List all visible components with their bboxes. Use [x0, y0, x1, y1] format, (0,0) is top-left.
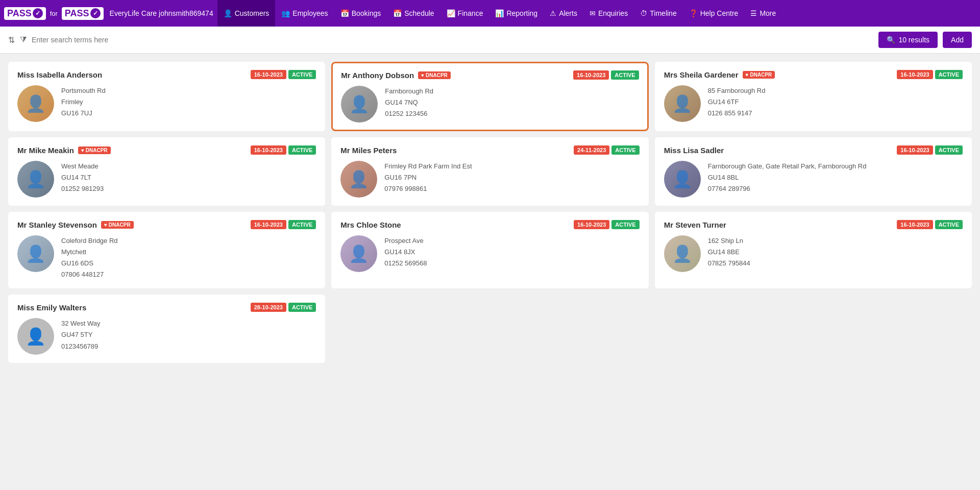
customer-card[interactable]: Miss Isabella Anderson 16-10-2023 ACTIVE…: [8, 62, 325, 131]
customer-name: Miss Isabella Anderson: [17, 70, 102, 79]
avatar: 👤: [664, 161, 701, 198]
card-info: West MeadeGU14 7LT 01252 981293: [61, 161, 104, 194]
nav-item-reporting[interactable]: 📊Reporting: [489, 0, 544, 27]
brand-pass2-text: PASS: [65, 8, 89, 19]
card-header: Miss Lisa Sadler 16-10-2023 ACTIVE: [664, 145, 963, 155]
nav-item-timeline[interactable]: ⏱Timeline: [634, 0, 682, 27]
active-badge: ACTIVE: [288, 220, 316, 229]
card-body: 👤 32 West WayGU47 5TY 0123456789: [17, 318, 316, 355]
nav-item-enquiries[interactable]: ✉Enquiries: [583, 0, 634, 27]
name-text: Mr Anthony Dobson: [341, 71, 414, 80]
name-text: Mrs Sheila Gardener: [664, 70, 739, 79]
brand: PASS ✓ for PASS ✓: [4, 7, 104, 20]
search-icon: 🔍: [887, 36, 895, 44]
customers-grid: Miss Isabella Anderson 16-10-2023 ACTIVE…: [8, 62, 972, 363]
nav-item-bookings[interactable]: 📅Bookings: [334, 0, 387, 27]
customer-card[interactable]: Miss Lisa Sadler 16-10-2023 ACTIVE 👤 Far…: [655, 137, 972, 206]
nav-icon-alerts: ⚠: [550, 9, 556, 17]
nav-icon-enquiries: ✉: [590, 9, 596, 17]
active-badge: ACTIVE: [611, 145, 639, 155]
address-line: Farnborough Rd: [385, 86, 433, 97]
phone: 01252 981293: [61, 183, 104, 194]
avatar: 👤: [17, 85, 54, 122]
sort-icon[interactable]: ⇅: [8, 35, 15, 45]
customer-card[interactable]: Miss Emily Walters 28-10-2023 ACTIVE 👤 3…: [8, 295, 325, 363]
search-results-button[interactable]: 🔍 10 results: [878, 32, 938, 48]
customer-name: Mr Mike Meakin ♥ DNACPR: [17, 146, 111, 155]
address-line: Portsmouth Rd: [61, 85, 106, 96]
nav-item-schedule[interactable]: 📅Schedule: [387, 0, 440, 27]
nav-label-reporting: Reporting: [506, 9, 537, 17]
brand-check1: ✓: [33, 8, 43, 18]
date-badge: 16-10-2023: [897, 70, 933, 79]
card-header: Mr Stanley Stevenson ♥ DNACPR 16-10-2023…: [17, 220, 316, 229]
name-text: Miss Emily Walters: [17, 303, 86, 312]
nav-icon-more: ☰: [750, 9, 757, 17]
date-badge: 16-10-2023: [251, 145, 286, 155]
avatar: 👤: [17, 161, 54, 198]
card-body: 👤 Portsmouth RdFrimleyGU16 7UJ: [17, 85, 316, 122]
date-badge: 24-11-2023: [574, 145, 609, 155]
active-badge: ACTIVE: [935, 220, 963, 229]
address-line: GU14 6TF: [708, 96, 766, 108]
brand-pass1: PASS ✓: [4, 7, 46, 20]
name-text: Mrs Chloe Stone: [340, 220, 401, 229]
card-badges: 16-10-2023 ACTIVE: [251, 220, 316, 229]
card-info: Farnborough Gate, Gate Retail Park, Farn…: [708, 161, 867, 194]
nav-item-employees[interactable]: 👥Employees: [275, 0, 334, 27]
filter-icon[interactable]: ⧩: [20, 35, 27, 44]
customer-card[interactable]: Mr Mike Meakin ♥ DNACPR 16-10-2023 ACTIV…: [8, 137, 325, 206]
nav-item-more[interactable]: ☰More: [744, 0, 782, 27]
card-header: Mr Miles Peters 24-11-2023 ACTIVE: [340, 145, 639, 155]
card-header: Mr Steven Turner 16-10-2023 ACTIVE: [664, 220, 963, 229]
card-badges: 16-10-2023 ACTIVE: [573, 70, 639, 80]
active-badge: ACTIVE: [935, 70, 963, 79]
dnacpr-badge: ♥ DNACPR: [743, 71, 775, 79]
active-badge: ACTIVE: [935, 145, 963, 155]
customer-name: Miss Lisa Sadler: [664, 146, 724, 155]
name-text: Miss Isabella Anderson: [17, 70, 102, 79]
customer-card[interactable]: Mrs Sheila Gardener ♥ DNACPR 16-10-2023 …: [655, 62, 972, 131]
card-body: 👤 Farnborough Gate, Gate Retail Park, Fa…: [664, 161, 963, 198]
active-badge: ACTIVE: [611, 220, 639, 229]
card-body: 👤 85 Farnborough RdGU14 6TF 0126 855 914…: [664, 85, 963, 122]
date-badge: 16-10-2023: [574, 220, 609, 229]
nav-item-finance[interactable]: 📈Finance: [440, 0, 489, 27]
dnacpr-badge: ♥ DNACPR: [101, 221, 134, 229]
dnacpr-badge: ♥ DNACPR: [418, 71, 451, 79]
address-line: Coleford Bridge Rd: [61, 235, 118, 247]
search-input[interactable]: [32, 36, 873, 44]
customer-card[interactable]: Mr Stanley Stevenson ♥ DNACPR 16-10-2023…: [8, 212, 325, 288]
card-info: Portsmouth RdFrimleyGU16 7UJ: [61, 85, 106, 119]
card-info: Prospect AveGU14 8JX 01252 569568: [384, 235, 427, 269]
nav-item-customers[interactable]: 👤Customers: [217, 0, 276, 27]
date-badge: 16-10-2023: [897, 220, 933, 229]
avatar: 👤: [340, 161, 377, 198]
active-badge: ACTIVE: [611, 70, 639, 80]
org-name: EveryLife Care johnsmith869474: [110, 9, 213, 17]
address-line: 32 West Way: [61, 318, 101, 329]
add-button[interactable]: Add: [943, 32, 972, 48]
active-badge: ACTIVE: [288, 303, 316, 312]
customer-card[interactable]: Mr Miles Peters 24-11-2023 ACTIVE 👤 Frim…: [331, 137, 648, 206]
card-body: 👤 Prospect AveGU14 8JX 01252 569568: [340, 235, 639, 272]
phone: 07825 795844: [708, 258, 750, 269]
nav-item-help[interactable]: ❓Help Centre: [683, 0, 745, 27]
nav-icon-reporting: 📊: [495, 9, 504, 17]
navbar: PASS ✓ for PASS ✓ EveryLife Care johnsmi…: [0, 0, 980, 27]
nav-item-alerts[interactable]: ⚠Alerts: [544, 0, 583, 27]
customer-name: Mr Stanley Stevenson ♥ DNACPR: [17, 220, 134, 229]
address-line: GU14 8JX: [384, 247, 427, 258]
phone: 01252 569568: [384, 258, 427, 269]
customer-name: Mr Steven Turner: [664, 220, 726, 229]
customer-card[interactable]: Mrs Chloe Stone 16-10-2023 ACTIVE 👤 Pros…: [331, 212, 648, 288]
phone: 07806 448127: [61, 269, 118, 280]
nav-icon-customers: 👤: [224, 9, 232, 17]
card-badges: 16-10-2023 ACTIVE: [897, 70, 963, 79]
customer-card[interactable]: Mr Steven Turner 16-10-2023 ACTIVE 👤 162…: [655, 212, 972, 288]
address-line: GU47 5TY: [61, 329, 101, 340]
customer-name: Mrs Sheila Gardener ♥ DNACPR: [664, 70, 775, 79]
card-badges: 24-11-2023 ACTIVE: [574, 145, 640, 155]
card-header: Miss Isabella Anderson 16-10-2023 ACTIVE: [17, 70, 316, 79]
customer-card[interactable]: Mr Anthony Dobson ♥ DNACPR 16-10-2023 AC…: [331, 62, 648, 131]
